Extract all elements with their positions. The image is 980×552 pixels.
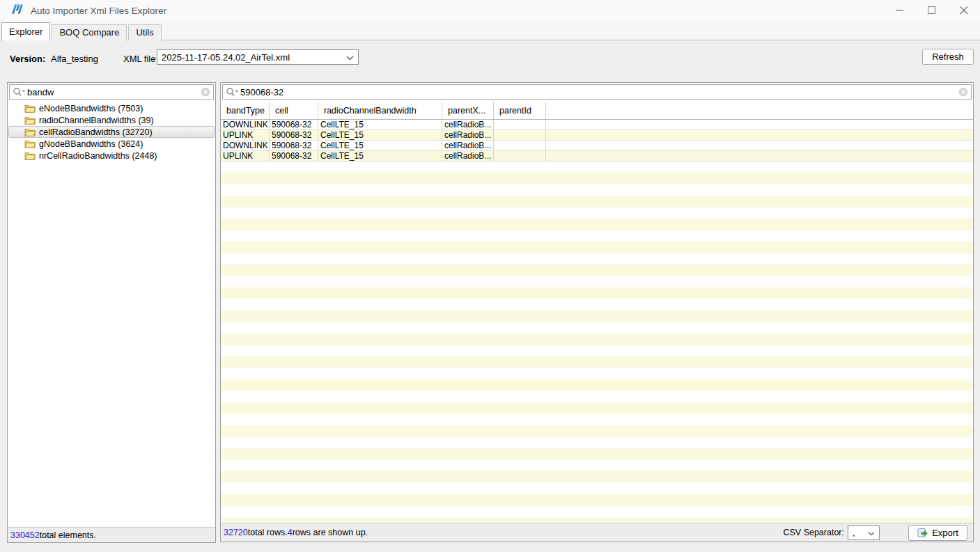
maximize-icon (928, 6, 936, 15)
table-cell-filler (546, 141, 973, 150)
tree-item[interactable]: nrCellRadioBandwidths (2448) (8, 150, 215, 161)
total-elements-label: total elements. (40, 530, 96, 540)
table-cell: CellLTE_15 (318, 151, 442, 161)
table-cell: cellRadioB... (442, 151, 494, 161)
total-rows-count: 32720 (224, 528, 248, 537)
table-search-box (222, 84, 972, 100)
folder-icon (24, 139, 36, 148)
table-cell: CellLTE_15 (318, 141, 442, 150)
table-header: bandTypecellradioChannelBandwidthparentX… (221, 102, 973, 120)
window-controls (884, 0, 980, 21)
tree-item[interactable]: radioChannelBandwidths (39) (8, 114, 215, 126)
search-icon (226, 87, 239, 97)
clear-circle-icon[interactable] (201, 87, 210, 97)
column-header[interactable]: radioChannelBandwidth (318, 102, 442, 119)
folder-icon (24, 104, 36, 113)
table-cell: cellRadioB... (442, 130, 494, 140)
tree-item[interactable]: eNodeBBandwidths (7503) (8, 102, 215, 114)
version-value: Alfa_testing (51, 54, 98, 64)
export-label: Export (932, 528, 958, 538)
table-cell: CellLTE_15 (318, 120, 442, 129)
folder-icon (24, 116, 36, 125)
column-header[interactable]: cell (270, 102, 318, 119)
table-body: DOWNLINK590068-32CellLTE_15cellRadioB...… (221, 120, 973, 161)
tab-boq-compare[interactable]: BOQ Compare (52, 24, 127, 40)
tree-item-label: radioChannelBandwidths (39) (39, 116, 154, 125)
column-header-filler (546, 102, 973, 119)
table-status-bar: 32720 total rows. 4 rows are shown up. C… (221, 523, 973, 542)
table-cell: 590068-32 (270, 130, 318, 140)
content-area: Version: Alfa_testing XML file 2025-11-1… (0, 40, 980, 552)
search-icon (13, 87, 26, 97)
table-empty-stripes (221, 161, 973, 523)
close-button[interactable] (948, 0, 980, 21)
table-cell: CellLTE_15 (318, 130, 442, 140)
table-row[interactable]: DOWNLINK590068-32CellLTE_15cellRadioB... (221, 141, 973, 151)
table-cell (494, 141, 546, 150)
csv-separator-value: , (848, 528, 868, 538)
table-cell: 590068-32 (270, 151, 318, 161)
data-table: bandTypecellradioChannelBandwidthparentX… (221, 102, 973, 523)
csv-separator-select[interactable]: , (848, 526, 880, 540)
tab-explorer[interactable]: Explorer (1, 22, 50, 40)
table-cell: DOWNLINK (221, 141, 270, 150)
window-title: Auto Importer Xml Files Explorer (31, 6, 166, 16)
table-cell (494, 120, 546, 129)
folder-icon (24, 151, 36, 160)
column-header[interactable]: bandType (221, 102, 270, 119)
version-label: Version: (10, 54, 45, 64)
xml-file-select[interactable]: 2025-11-17-05.24.02_AirTel.xml (157, 49, 359, 65)
total-elements-count: 330452 (10, 530, 40, 540)
maximize-button[interactable] (916, 0, 948, 21)
tree-search-input[interactable] (27, 86, 201, 98)
table-cell-filler (546, 120, 973, 129)
table-cell: UPLINK (221, 130, 270, 140)
titlebar: Auto Importer Xml Files Explorer (0, 0, 980, 21)
tab-utils[interactable]: Utils (128, 24, 161, 40)
column-header[interactable]: parentId (494, 102, 546, 119)
total-rows-label: total rows. (248, 528, 288, 537)
export-icon (917, 528, 928, 538)
table-cell (494, 130, 546, 140)
tree-item-label: gNodeBBandwidths (3624) (39, 139, 143, 149)
table-cell: cellRadioB... (442, 120, 494, 129)
tree-list: eNodeBBandwidths (7503)radioChannelBandw… (8, 101, 215, 527)
xml-file-value: 2025-11-17-05.24.02_AirTel.xml (157, 52, 346, 63)
column-header[interactable]: parentX... (442, 102, 494, 119)
tree-item-label: eNodeBBandwidths (7503) (39, 104, 143, 113)
tab-bar: ExplorerBOQ CompareUtils (0, 21, 980, 40)
tree-search-box (9, 84, 214, 100)
minimize-icon (896, 6, 904, 15)
table-row[interactable]: DOWNLINK590068-32CellLTE_15cellRadioB... (221, 120, 973, 130)
table-cell (494, 151, 546, 161)
table-cell: DOWNLINK (221, 120, 270, 129)
csv-separator-label: CSV Separator: (783, 528, 844, 537)
table-row[interactable]: UPLINK590068-32CellLTE_15cellRadioB... (221, 130, 973, 141)
table-cell-filler (546, 130, 973, 140)
element-tree-panel: eNodeBBandwidths (7503)radioChannelBandw… (7, 82, 216, 543)
table-cell: 590068-32 (270, 141, 318, 150)
minimize-button[interactable] (884, 0, 916, 21)
shown-rows-count: 4 (288, 528, 293, 537)
folder-icon (24, 127, 36, 136)
table-search-input[interactable] (240, 86, 958, 98)
table-cell-filler (546, 151, 973, 161)
export-button[interactable]: Export (908, 525, 967, 541)
tree-item[interactable]: gNodeBBandwidths (3624) (8, 138, 215, 150)
chevron-down-icon (868, 528, 875, 538)
tree-status-bar: 330452 total elements. (8, 527, 215, 542)
tree-item[interactable]: cellRadioBandwidths (32720) (8, 126, 215, 138)
table-cell: UPLINK (221, 151, 270, 161)
chevron-down-icon (346, 52, 354, 63)
tree-item-label: nrCellRadioBandwidths (2448) (39, 151, 157, 161)
table-row[interactable]: UPLINK590068-32CellLTE_15cellRadioB... (221, 151, 973, 161)
shown-rows-label: rows are shown up. (293, 528, 368, 537)
xml-file-label: XML file (123, 54, 155, 64)
app-logo-icon (8, 2, 24, 19)
tree-item-label: cellRadioBandwidths (32720) (39, 127, 153, 137)
rows-table-panel: bandTypecellradioChannelBandwidthparentX… (220, 82, 974, 542)
refresh-button[interactable]: Refresh (922, 49, 974, 65)
table-cell: cellRadioB... (442, 141, 494, 150)
close-icon (960, 6, 968, 15)
clear-circle-icon[interactable] (958, 87, 968, 97)
